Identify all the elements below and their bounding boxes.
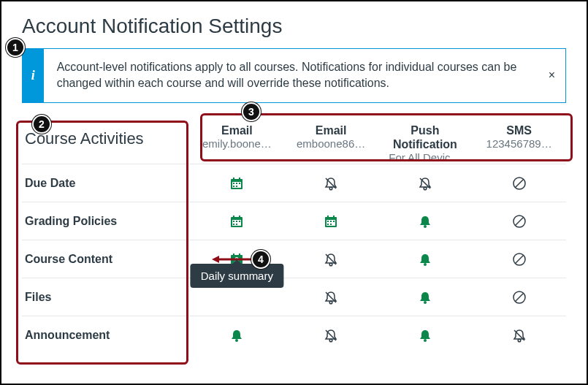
notification-cell[interactable]	[190, 316, 284, 354]
column-header-label: Push Notification	[378, 123, 473, 151]
notification-cell[interactable]	[284, 164, 378, 202]
notification-cell[interactable]	[284, 202, 378, 240]
block-icon[interactable]	[512, 290, 527, 305]
row-label: Course Content	[22, 253, 190, 266]
bell-icon[interactable]	[418, 328, 432, 343]
notification-cell[interactable]	[472, 164, 566, 202]
bell-off-icon[interactable]	[418, 176, 432, 191]
row-label: Grading Policies	[22, 215, 190, 228]
close-button[interactable]: ×	[549, 69, 555, 82]
column-header: Emailemboone86…	[284, 123, 378, 164]
notification-cell[interactable]	[472, 316, 566, 354]
block-icon[interactable]	[512, 214, 527, 229]
notification-cell[interactable]	[190, 202, 284, 240]
tooltip: Daily summary	[191, 264, 283, 288]
page-title: Account Notification Settings	[22, 15, 566, 38]
notification-cell[interactable]	[472, 278, 566, 316]
notification-cell[interactable]	[284, 316, 378, 354]
notification-cell[interactable]	[472, 202, 566, 240]
notification-cell[interactable]	[284, 240, 378, 278]
notification-cell[interactable]	[378, 316, 473, 354]
notification-cell[interactable]	[378, 202, 473, 240]
bell-off-icon[interactable]	[512, 328, 527, 343]
block-icon[interactable]	[512, 176, 527, 191]
column-header: Push NotificationFor All Devic…	[378, 123, 473, 164]
row-label: Due Date	[22, 177, 190, 190]
table-row: Course ContentDaily summary4	[22, 240, 566, 278]
table-row: Files	[22, 278, 566, 316]
table-row: Announcement	[22, 316, 566, 354]
annotation-3: 3	[242, 102, 261, 121]
column-header-sub: 123456789…	[472, 137, 566, 150]
notification-cell[interactable]	[378, 240, 473, 278]
table-row: Grading Policies	[22, 202, 566, 240]
bell-off-icon[interactable]	[324, 176, 338, 191]
column-header-sub: For All Devic…	[378, 151, 473, 164]
row-label: Announcement	[22, 329, 190, 342]
bell-off-icon[interactable]	[324, 252, 338, 267]
table-row: Due Date	[22, 164, 566, 202]
calendar-icon[interactable]	[229, 214, 244, 229]
row-label: Files	[22, 291, 190, 304]
annotation-4: 4	[251, 250, 270, 269]
bell-icon[interactable]	[418, 290, 432, 305]
annotation-1: 1	[6, 38, 25, 57]
notification-cell[interactable]	[284, 278, 378, 316]
calendar-icon[interactable]	[324, 214, 338, 229]
bell-icon[interactable]	[418, 252, 432, 267]
notification-cell[interactable]	[472, 240, 566, 278]
column-header: Emailemily.boone…	[190, 123, 284, 164]
column-header-sub: emboone86…	[284, 137, 378, 150]
notification-cell[interactable]	[378, 278, 473, 316]
info-text: Account-level notifications apply to all…	[44, 49, 565, 102]
info-icon: i	[23, 49, 44, 102]
notification-cell[interactable]: Daily summary4	[190, 240, 284, 278]
column-header-sub: emily.boone…	[190, 137, 284, 150]
info-banner: i Account-level notifications apply to a…	[22, 48, 566, 103]
block-icon[interactable]	[512, 252, 527, 267]
notification-cell[interactable]	[190, 164, 284, 202]
annotation-2: 2	[32, 115, 51, 134]
bell-off-icon[interactable]	[324, 290, 338, 305]
column-header-label: Email	[190, 123, 284, 137]
svg-marker-1	[212, 256, 219, 263]
bell-icon[interactable]	[229, 328, 244, 343]
notification-cell[interactable]	[378, 164, 473, 202]
column-header-label: Email	[284, 123, 378, 137]
column-header-label: SMS	[472, 123, 566, 137]
calendar-icon[interactable]	[229, 176, 244, 191]
column-header: SMS123456789…	[472, 123, 566, 164]
bell-icon[interactable]	[418, 214, 432, 229]
bell-off-icon[interactable]	[324, 328, 338, 343]
